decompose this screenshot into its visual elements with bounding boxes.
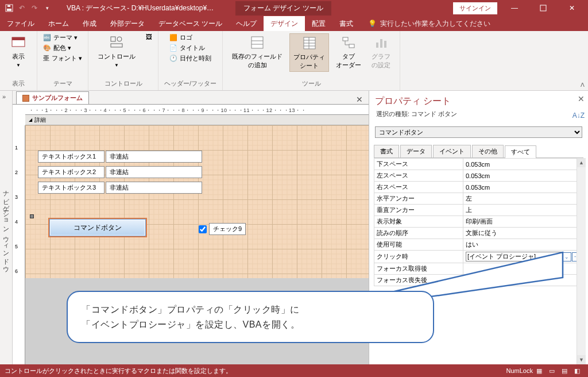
navigation-pane-collapsed[interactable]: ナビゲーション ウィンドウ [0, 91, 13, 364]
property-tab-data[interactable]: データ [400, 145, 432, 157]
property-sheet-close-button[interactable]: ✕ [578, 94, 585, 103]
status-numlock: NumLock [506, 367, 533, 374]
maximize-button[interactable] [532, 0, 555, 16]
property-value[interactable]: 印刷/画面 [463, 216, 586, 228]
design-surface[interactable]: テキストボックス1 非連結 テキストボックス2 非連結 テキストボックス3 非連… [25, 125, 369, 278]
property-sheet-button[interactable]: プロパティ シート [289, 33, 329, 72]
document-tab-sampleform[interactable]: サンプルフォーム [16, 91, 89, 104]
signin-button[interactable]: サインイン [453, 2, 497, 14]
save-icon[interactable] [5, 3, 14, 13]
property-row[interactable]: 右スペース0.053cm [374, 182, 586, 193]
property-tab-format[interactable]: 書式 [374, 145, 399, 157]
scroll-up-icon[interactable]: ▲ [577, 158, 586, 167]
property-value[interactable]: 0.053cm [463, 170, 586, 182]
property-tab-all[interactable]: すべて [505, 145, 536, 158]
textbox3[interactable]: 非連結 [106, 182, 202, 194]
tab-design[interactable]: デザイン [264, 16, 305, 31]
document-close-button[interactable]: ✕ [350, 95, 369, 104]
theme-button[interactable]: 🔤テーマ ▾ [43, 33, 82, 42]
property-tab-other[interactable]: その他 [472, 145, 504, 157]
datetime-button[interactable]: 🕐日付と時刻 [169, 54, 211, 63]
tab-help[interactable]: ヘルプ [229, 16, 264, 31]
property-row[interactable]: フォーカス取得後 [374, 263, 586, 275]
property-value[interactable] [463, 275, 586, 286]
property-row[interactable]: 読みの順序文脈に従う [374, 228, 586, 239]
chart-settings-button[interactable]: グラフ の設定 [368, 33, 394, 71]
property-value-input[interactable]: [イベント プロシージャ] [466, 252, 562, 261]
title-icon: 📄 [169, 44, 177, 52]
property-value[interactable]: はい [463, 239, 586, 251]
status-bar: コントロールがクリックされたときに実行するマクロまたは関数を設定します。 Num… [0, 364, 588, 377]
tab-home[interactable]: ホーム [41, 16, 76, 31]
redo-icon[interactable]: ↷ [30, 3, 39, 13]
collapse-ribbon-button[interactable]: ᐱ [581, 82, 585, 88]
property-value[interactable] [463, 263, 586, 275]
view-button[interactable]: 表示 ▼ [6, 33, 31, 69]
property-scrollbar[interactable]: ▲ ▼ [577, 158, 586, 364]
colors-button[interactable]: 🎨配色 ▾ [43, 44, 82, 52]
view-form-icon[interactable]: ▭ [546, 366, 558, 376]
minimize-button[interactable]: — [503, 0, 526, 16]
undo-icon[interactable]: ↶ [17, 3, 26, 13]
tab-format[interactable]: 書式 [332, 16, 360, 31]
logo-button[interactable]: 🟧ロゴ [169, 33, 211, 42]
property-row[interactable]: 表示対象印刷/画面 [374, 216, 586, 228]
property-row[interactable]: 水平アンカー左 [374, 193, 586, 205]
tab-file[interactable]: ファイル [0, 16, 41, 31]
tab-external[interactable]: 外部データ [103, 16, 152, 31]
label-textbox3[interactable]: テキストボックス3 [38, 182, 105, 194]
view-datasheet-icon[interactable]: ▦ [533, 366, 546, 376]
fonts-button[interactable]: 亜フォント ▾ [43, 54, 82, 63]
add-field-button[interactable]: 既存のフィールド の追加 [229, 33, 286, 71]
ribbon-group-theme: 🔤テーマ ▾ 🎨配色 ▾ 亜フォント ▾ テーマ [37, 31, 88, 90]
title-button[interactable]: 📄タイトル [169, 44, 211, 52]
property-value[interactable]: 文脈に従う [463, 228, 586, 239]
view-layout-icon[interactable]: ▤ [558, 366, 571, 376]
section-header-label: 詳細 [34, 116, 46, 124]
property-row[interactable]: クリック時[イベント プロシージャ]⌄⋯ [374, 251, 586, 263]
tell-me[interactable]: 💡実行したい作業を入力してください [360, 16, 498, 31]
view-design-icon[interactable]: ◧ [571, 366, 583, 376]
property-value[interactable]: 0.053cm [463, 159, 586, 170]
checkbox-input[interactable] [199, 225, 207, 233]
command-button[interactable]: コマンドボタン [49, 219, 146, 236]
qat-more-icon[interactable]: ▾ [42, 3, 52, 13]
selection-handle[interactable] [30, 214, 34, 218]
property-row[interactable]: 垂直アンカー上 [374, 205, 586, 216]
property-value[interactable]: 0.053cm [463, 182, 586, 193]
clock-icon: 🕐 [169, 55, 177, 62]
label-textbox1[interactable]: テキストボックス1 [38, 151, 105, 163]
property-sort-button[interactable]: A↓Z [572, 111, 585, 120]
ruler-horizontal[interactable]: ・・・1・・・2・・・3・・・4・・・5・・・6・・・7・・・8・・・9・・・1… [25, 105, 369, 115]
label-textbox2[interactable]: テキストボックス2 [38, 166, 105, 178]
tab-create[interactable]: 作成 [76, 16, 103, 31]
navpane-expand-icon[interactable]: » [2, 93, 6, 100]
property-object-selector[interactable]: コマンドボタン [375, 126, 582, 138]
section-header-detail[interactable]: ◢ 詳細 [25, 115, 369, 125]
image-icon: 🖼 [146, 33, 152, 40]
tab-arrange[interactable]: 配置 [305, 16, 332, 31]
textbox2[interactable]: 非連結 [106, 166, 202, 178]
close-button[interactable]: ✕ [560, 0, 583, 16]
tab-dbtools[interactable]: データベース ツール [152, 16, 229, 31]
property-row[interactable]: フォーカス喪失後 [374, 275, 586, 286]
property-key: 読みの順序 [374, 228, 463, 239]
property-value[interactable]: 左 [463, 193, 586, 205]
property-value[interactable]: 上 [463, 205, 586, 216]
property-row[interactable]: 使用可能はい [374, 239, 586, 251]
ruler-vertical[interactable]: 123456 [13, 125, 25, 364]
textbox1[interactable]: 非連結 [106, 151, 202, 163]
controls-button[interactable]: コントロール ▼ [94, 33, 139, 69]
insert-image-button[interactable]: 🖼 [146, 33, 152, 40]
tab-order-button[interactable]: タブ オーダー [332, 33, 365, 71]
scroll-down-icon[interactable]: ▼ [577, 355, 586, 364]
property-value-cell[interactable]: [イベント プロシージャ]⌄⋯ [463, 251, 586, 263]
checkbox-label: チェック9 [209, 223, 246, 235]
property-object-select[interactable]: コマンドボタン [375, 126, 582, 138]
ribbon-group-headerfooter-label: ヘッダー/フッター [164, 78, 216, 89]
checkbox-check9[interactable]: チェック9 [199, 223, 246, 235]
property-row[interactable]: 左スペース0.053cm [374, 170, 586, 182]
property-dropdown-button[interactable]: ⌄ [562, 252, 571, 261]
property-tab-event[interactable]: イベント [433, 145, 471, 157]
property-row[interactable]: 下スペース0.053cm [374, 159, 586, 170]
